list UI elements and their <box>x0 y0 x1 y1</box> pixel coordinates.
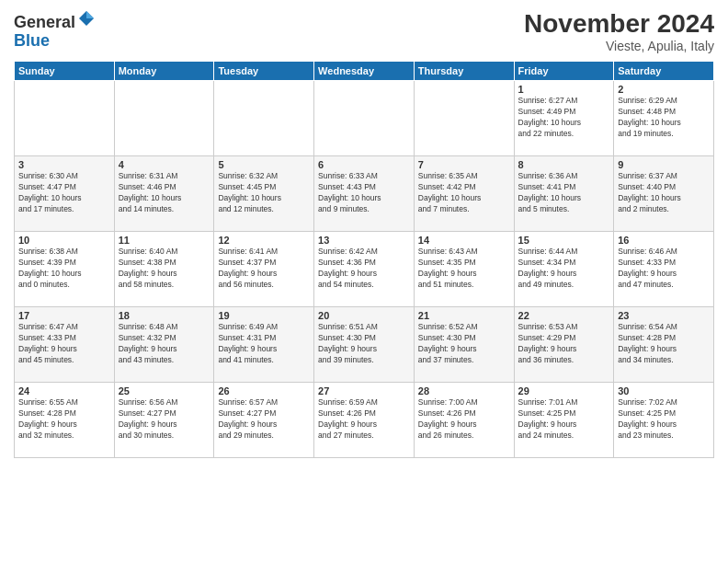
day-number: 9 <box>618 159 710 170</box>
day-number: 16 <box>618 235 710 246</box>
day-info: Sunrise: 6:36 AM Sunset: 4:41 PM Dayligh… <box>518 171 610 215</box>
calendar-cell: 24Sunrise: 6:55 AM Sunset: 4:28 PM Dayli… <box>15 383 115 458</box>
day-info: Sunrise: 6:30 AM Sunset: 4:47 PM Dayligh… <box>18 171 110 215</box>
calendar-week-5: 24Sunrise: 6:55 AM Sunset: 4:28 PM Dayli… <box>15 383 714 458</box>
calendar-cell: 27Sunrise: 6:59 AM Sunset: 4:26 PM Dayli… <box>314 383 415 458</box>
calendar-cell: 13Sunrise: 6:42 AM Sunset: 4:36 PM Dayli… <box>314 232 415 307</box>
day-number: 26 <box>218 385 310 396</box>
day-number: 30 <box>618 385 710 396</box>
day-info: Sunrise: 6:47 AM Sunset: 4:33 PM Dayligh… <box>18 322 110 366</box>
calendar-cell: 7Sunrise: 6:35 AM Sunset: 4:42 PM Daylig… <box>414 156 514 232</box>
calendar-cell: 29Sunrise: 7:01 AM Sunset: 4:25 PM Dayli… <box>514 383 614 458</box>
page: General Blue November 2024 Vieste, Apuli… <box>0 0 728 563</box>
day-info: Sunrise: 6:32 AM Sunset: 4:45 PM Dayligh… <box>218 171 310 215</box>
calendar-cell: 9Sunrise: 6:37 AM Sunset: 4:40 PM Daylig… <box>614 156 714 232</box>
weekday-thursday: Thursday <box>414 62 514 81</box>
day-info: Sunrise: 6:38 AM Sunset: 4:39 PM Dayligh… <box>18 247 110 291</box>
calendar-cell: 30Sunrise: 7:02 AM Sunset: 4:25 PM Dayli… <box>614 383 714 458</box>
location: Vieste, Apulia, Italy <box>524 39 714 53</box>
day-number: 2 <box>618 84 710 95</box>
calendar-cell: 26Sunrise: 6:57 AM Sunset: 4:27 PM Dayli… <box>214 383 314 458</box>
calendar-body: 1Sunrise: 6:27 AM Sunset: 4:49 PM Daylig… <box>15 81 714 458</box>
calendar-cell: 19Sunrise: 6:49 AM Sunset: 4:31 PM Dayli… <box>214 307 314 383</box>
calendar-week-4: 17Sunrise: 6:47 AM Sunset: 4:33 PM Dayli… <box>15 307 714 383</box>
calendar-cell: 18Sunrise: 6:48 AM Sunset: 4:32 PM Dayli… <box>114 307 214 383</box>
day-info: Sunrise: 6:56 AM Sunset: 4:27 PM Dayligh… <box>119 397 210 442</box>
logo-text: General Blue <box>14 9 96 51</box>
calendar-cell <box>214 81 314 156</box>
svg-marker-1 <box>86 11 94 18</box>
logo-blue: Blue <box>14 31 50 50</box>
day-info: Sunrise: 6:55 AM Sunset: 4:28 PM Dayligh… <box>18 397 110 442</box>
calendar-cell: 10Sunrise: 6:38 AM Sunset: 4:39 PM Dayli… <box>15 232 115 307</box>
day-info: Sunrise: 6:43 AM Sunset: 4:35 PM Dayligh… <box>418 247 510 291</box>
day-info: Sunrise: 6:44 AM Sunset: 4:34 PM Dayligh… <box>518 247 610 291</box>
day-number: 8 <box>518 159 610 170</box>
day-number: 21 <box>418 310 510 321</box>
day-info: Sunrise: 7:01 AM Sunset: 4:25 PM Dayligh… <box>518 397 610 442</box>
calendar-cell: 4Sunrise: 6:31 AM Sunset: 4:46 PM Daylig… <box>114 156 214 232</box>
logo-general: General <box>14 13 75 31</box>
day-info: Sunrise: 6:31 AM Sunset: 4:46 PM Dayligh… <box>119 171 210 215</box>
day-number: 4 <box>119 159 210 170</box>
day-info: Sunrise: 6:29 AM Sunset: 4:48 PM Dayligh… <box>618 96 710 140</box>
day-number: 20 <box>318 310 410 321</box>
calendar-cell: 6Sunrise: 6:33 AM Sunset: 4:43 PM Daylig… <box>314 156 415 232</box>
day-number: 15 <box>518 235 610 246</box>
day-number: 5 <box>218 159 310 170</box>
weekday-tuesday: Tuesday <box>214 62 314 81</box>
day-number: 25 <box>119 385 210 396</box>
calendar-cell: 28Sunrise: 7:00 AM Sunset: 4:26 PM Dayli… <box>414 383 514 458</box>
day-info: Sunrise: 7:00 AM Sunset: 4:26 PM Dayligh… <box>418 397 510 442</box>
day-number: 22 <box>518 310 610 321</box>
calendar-cell <box>414 81 514 156</box>
day-number: 28 <box>418 385 510 396</box>
calendar-cell <box>15 81 115 156</box>
calendar-cell: 1Sunrise: 6:27 AM Sunset: 4:49 PM Daylig… <box>514 81 614 156</box>
calendar-week-2: 3Sunrise: 6:30 AM Sunset: 4:47 PM Daylig… <box>15 156 714 232</box>
day-number: 11 <box>119 235 210 246</box>
calendar-week-1: 1Sunrise: 6:27 AM Sunset: 4:49 PM Daylig… <box>15 81 714 156</box>
calendar-cell: 22Sunrise: 6:53 AM Sunset: 4:29 PM Dayli… <box>514 307 614 383</box>
calendar-header: Sunday Monday Tuesday Wednesday Thursday… <box>15 62 714 81</box>
day-info: Sunrise: 6:49 AM Sunset: 4:31 PM Dayligh… <box>218 322 310 366</box>
calendar-cell: 5Sunrise: 6:32 AM Sunset: 4:45 PM Daylig… <box>214 156 314 232</box>
calendar-cell: 3Sunrise: 6:30 AM Sunset: 4:47 PM Daylig… <box>15 156 115 232</box>
day-number: 29 <box>518 385 610 396</box>
calendar-week-3: 10Sunrise: 6:38 AM Sunset: 4:39 PM Dayli… <box>15 232 714 307</box>
day-number: 12 <box>218 235 310 246</box>
logo-icon <box>77 9 96 28</box>
weekday-wednesday: Wednesday <box>314 62 415 81</box>
day-info: Sunrise: 6:35 AM Sunset: 4:42 PM Dayligh… <box>418 171 510 215</box>
day-number: 6 <box>318 159 410 170</box>
day-number: 13 <box>318 235 410 246</box>
day-info: Sunrise: 6:57 AM Sunset: 4:27 PM Dayligh… <box>218 397 310 442</box>
calendar: Sunday Monday Tuesday Wednesday Thursday… <box>14 61 714 458</box>
calendar-cell: 23Sunrise: 6:54 AM Sunset: 4:28 PM Dayli… <box>614 307 714 383</box>
day-info: Sunrise: 6:52 AM Sunset: 4:30 PM Dayligh… <box>418 322 510 366</box>
day-number: 1 <box>518 84 610 95</box>
month-title: November 2024 <box>524 9 714 39</box>
calendar-cell <box>114 81 214 156</box>
day-number: 23 <box>618 310 710 321</box>
day-info: Sunrise: 6:59 AM Sunset: 4:26 PM Dayligh… <box>318 397 410 442</box>
title-block: November 2024 Vieste, Apulia, Italy <box>524 9 714 53</box>
calendar-cell: 15Sunrise: 6:44 AM Sunset: 4:34 PM Dayli… <box>514 232 614 307</box>
day-info: Sunrise: 7:02 AM Sunset: 4:25 PM Dayligh… <box>618 397 710 442</box>
weekday-sunday: Sunday <box>15 62 115 81</box>
day-info: Sunrise: 6:27 AM Sunset: 4:49 PM Dayligh… <box>518 96 610 140</box>
day-number: 27 <box>318 385 410 396</box>
logo: General Blue <box>14 9 96 51</box>
calendar-cell <box>314 81 415 156</box>
day-info: Sunrise: 6:48 AM Sunset: 4:32 PM Dayligh… <box>119 322 210 366</box>
day-info: Sunrise: 6:41 AM Sunset: 4:37 PM Dayligh… <box>218 247 310 291</box>
header: General Blue November 2024 Vieste, Apuli… <box>14 9 714 53</box>
day-info: Sunrise: 6:33 AM Sunset: 4:43 PM Dayligh… <box>318 171 410 215</box>
calendar-cell: 17Sunrise: 6:47 AM Sunset: 4:33 PM Dayli… <box>15 307 115 383</box>
day-number: 10 <box>18 235 110 246</box>
weekday-monday: Monday <box>114 62 214 81</box>
calendar-cell: 16Sunrise: 6:46 AM Sunset: 4:33 PM Dayli… <box>614 232 714 307</box>
day-number: 14 <box>418 235 510 246</box>
calendar-cell: 14Sunrise: 6:43 AM Sunset: 4:35 PM Dayli… <box>414 232 514 307</box>
day-info: Sunrise: 6:53 AM Sunset: 4:29 PM Dayligh… <box>518 322 610 366</box>
